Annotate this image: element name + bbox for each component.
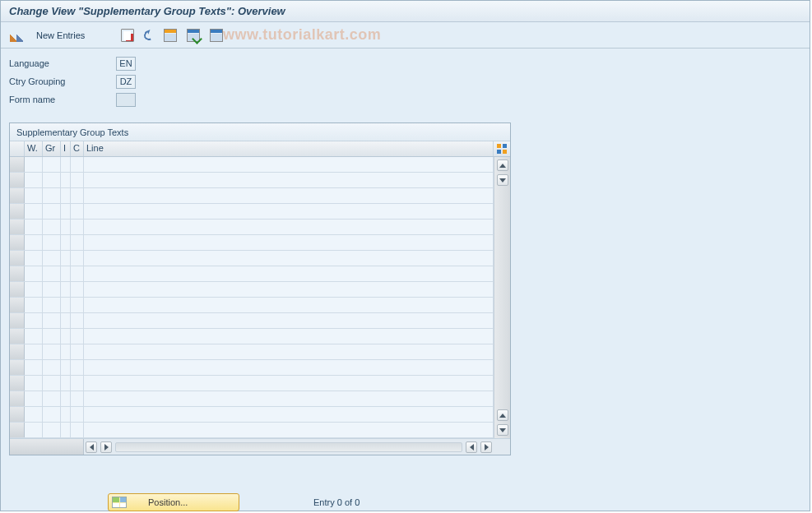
cell-line[interactable] bbox=[84, 423, 494, 437]
cell-i[interactable] bbox=[61, 282, 71, 297]
cell-line[interactable] bbox=[84, 266, 494, 281]
row-selector[interactable] bbox=[10, 298, 25, 312]
cell-gr[interactable] bbox=[43, 298, 61, 312]
cell-gr[interactable] bbox=[43, 157, 61, 172]
row-selector[interactable] bbox=[10, 407, 25, 422]
cell-c[interactable] bbox=[71, 344, 84, 359]
cell-line[interactable] bbox=[84, 220, 494, 234]
cell-gr[interactable] bbox=[43, 360, 61, 375]
scroll-up-button[interactable] bbox=[497, 159, 508, 171]
row-selector[interactable] bbox=[10, 423, 25, 437]
cell-w[interactable] bbox=[25, 188, 43, 203]
cell-w[interactable] bbox=[25, 298, 43, 312]
cell-gr[interactable] bbox=[43, 407, 61, 422]
row-selector[interactable] bbox=[10, 391, 25, 406]
cell-w[interactable] bbox=[25, 235, 43, 250]
horizontal-scrollbar[interactable] bbox=[10, 438, 510, 455]
cell-line[interactable] bbox=[84, 282, 494, 297]
cell-w[interactable] bbox=[25, 376, 43, 391]
row-selector[interactable] bbox=[10, 376, 25, 391]
toggle-display-change-button[interactable] bbox=[6, 26, 27, 44]
cell-gr[interactable] bbox=[43, 188, 61, 203]
cell-w[interactable] bbox=[25, 173, 43, 187]
scroll-left-button[interactable] bbox=[86, 441, 97, 453]
cell-i[interactable] bbox=[61, 266, 71, 281]
cell-line[interactable] bbox=[84, 344, 494, 359]
cell-w[interactable] bbox=[25, 220, 43, 234]
cell-gr[interactable] bbox=[43, 391, 61, 406]
cell-w[interactable] bbox=[25, 329, 43, 344]
cell-i[interactable] bbox=[61, 220, 71, 234]
cell-gr[interactable] bbox=[43, 329, 61, 344]
copy-as-button[interactable] bbox=[117, 26, 138, 44]
cell-i[interactable] bbox=[61, 376, 71, 391]
deselect-all-button[interactable] bbox=[206, 26, 227, 44]
cell-line[interactable] bbox=[84, 251, 494, 266]
row-selector[interactable] bbox=[10, 313, 25, 328]
select-block-button[interactable] bbox=[183, 26, 204, 44]
cell-c[interactable] bbox=[71, 360, 84, 375]
cell-i[interactable] bbox=[61, 235, 71, 250]
row-selector[interactable] bbox=[10, 282, 25, 297]
cell-c[interactable] bbox=[71, 173, 84, 187]
cell-gr[interactable] bbox=[43, 251, 61, 266]
cell-line[interactable] bbox=[84, 329, 494, 344]
cell-i[interactable] bbox=[61, 391, 71, 406]
cell-gr[interactable] bbox=[43, 220, 61, 234]
cell-w[interactable] bbox=[25, 344, 43, 359]
cell-c[interactable] bbox=[71, 407, 84, 422]
select-all-button[interactable] bbox=[160, 26, 181, 44]
cell-line[interactable] bbox=[84, 407, 494, 422]
cell-i[interactable] bbox=[61, 173, 71, 187]
form-name-field[interactable] bbox=[116, 93, 136, 107]
scroll-down-button[interactable] bbox=[497, 174, 508, 186]
scroll-up-end-button[interactable] bbox=[497, 409, 508, 421]
cell-gr[interactable] bbox=[43, 266, 61, 281]
new-entries-button[interactable]: New Entries bbox=[29, 26, 92, 44]
scroll-left-end-button[interactable] bbox=[466, 441, 477, 453]
cell-w[interactable] bbox=[25, 407, 43, 422]
row-selector[interactable] bbox=[10, 157, 25, 172]
cell-w[interactable] bbox=[25, 423, 43, 437]
cell-line[interactable] bbox=[84, 376, 494, 391]
row-selector[interactable] bbox=[10, 204, 25, 219]
cell-i[interactable] bbox=[61, 360, 71, 375]
cell-gr[interactable] bbox=[43, 282, 61, 297]
cell-i[interactable] bbox=[61, 423, 71, 437]
cell-c[interactable] bbox=[71, 251, 84, 266]
cell-i[interactable] bbox=[61, 407, 71, 422]
cell-w[interactable] bbox=[25, 266, 43, 281]
cell-c[interactable] bbox=[71, 157, 84, 172]
column-w[interactable]: W. bbox=[25, 141, 43, 156]
cell-line[interactable] bbox=[84, 298, 494, 312]
cell-line[interactable] bbox=[84, 235, 494, 250]
row-selector[interactable] bbox=[10, 360, 25, 375]
cell-c[interactable] bbox=[71, 298, 84, 312]
cell-gr[interactable] bbox=[43, 204, 61, 219]
cell-gr[interactable] bbox=[43, 376, 61, 391]
row-selector[interactable] bbox=[10, 188, 25, 203]
configure-columns-button[interactable] bbox=[494, 141, 510, 156]
cell-c[interactable] bbox=[71, 204, 84, 219]
cell-c[interactable] bbox=[71, 266, 84, 281]
cell-line[interactable] bbox=[84, 360, 494, 375]
column-gr[interactable]: Gr bbox=[43, 141, 61, 156]
cell-w[interactable] bbox=[25, 360, 43, 375]
cell-w[interactable] bbox=[25, 251, 43, 266]
language-field[interactable]: EN bbox=[116, 57, 136, 71]
cell-w[interactable] bbox=[25, 282, 43, 297]
row-selector[interactable] bbox=[10, 329, 25, 344]
row-selector[interactable] bbox=[10, 220, 25, 234]
cell-c[interactable] bbox=[71, 220, 84, 234]
column-c[interactable]: C bbox=[71, 141, 84, 156]
cell-c[interactable] bbox=[71, 282, 84, 297]
row-selector[interactable] bbox=[10, 251, 25, 266]
row-selector[interactable] bbox=[10, 266, 25, 281]
cell-gr[interactable] bbox=[43, 423, 61, 437]
cell-c[interactable] bbox=[71, 235, 84, 250]
row-selector[interactable] bbox=[10, 173, 25, 187]
cell-c[interactable] bbox=[71, 423, 84, 437]
scroll-right-end-button[interactable] bbox=[480, 441, 492, 453]
cell-line[interactable] bbox=[84, 313, 494, 328]
cell-line[interactable] bbox=[84, 391, 494, 406]
